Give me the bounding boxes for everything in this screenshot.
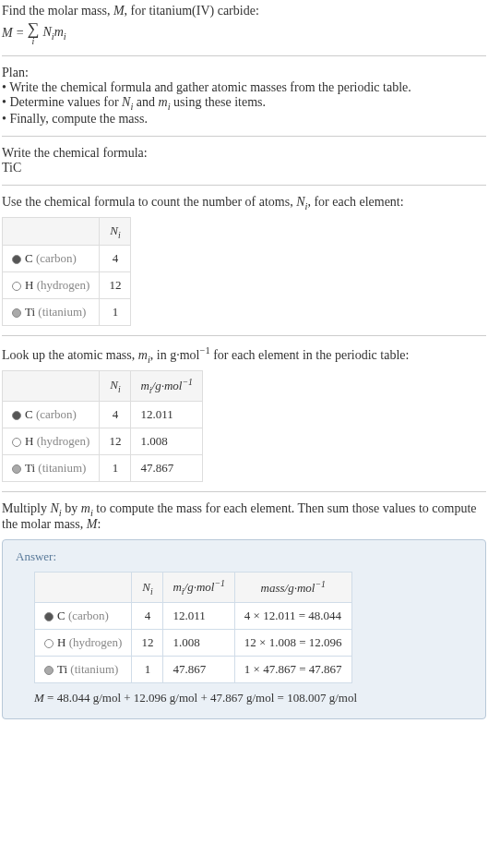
mass-block: Look up the atomic mass, mi, in g·mol−1 … xyxy=(2,345,486,481)
element-cell: Ti (titanium) xyxy=(3,299,100,326)
answer-table: Ni mi/g·mol−1 mass/g·mol−1 C (carbon) 4 … xyxy=(34,572,352,683)
m-cell: 47.867 xyxy=(163,657,234,683)
count-prompt-a: Use the chemical formula to count the nu… xyxy=(2,195,296,209)
element-name: (hydrogen) xyxy=(33,434,89,448)
final-M: M xyxy=(34,691,44,705)
header-empty xyxy=(3,370,100,401)
element-cell: C (carbon) xyxy=(3,246,100,272)
table-row: C (carbon) 4 12.011 4 × 12.011 = 48.044 xyxy=(35,603,352,630)
divider xyxy=(2,185,486,186)
element-cell: H (hydrogen) xyxy=(35,630,132,657)
intro-block: Find the molar mass, M, for titanium(IV)… xyxy=(2,4,486,46)
plan-bullet-3: • Finally, compute the mass. xyxy=(2,112,486,127)
n-cell: 1 xyxy=(132,657,163,683)
divider xyxy=(2,335,486,336)
element-name: (hydrogen) xyxy=(65,635,122,649)
count-block: Use the chemical formula to count the nu… xyxy=(2,195,486,326)
mult-a: Multiply xyxy=(2,501,51,515)
element-symbol: C xyxy=(25,251,33,265)
count-table: Ni C (carbon) 4 H (hydrogen) 12 Ti (tita… xyxy=(2,217,131,327)
m-cell: 12.011 xyxy=(163,603,234,630)
element-cell: C (carbon) xyxy=(35,603,132,630)
element-cell: C (carbon) xyxy=(3,401,100,428)
element-dot-icon xyxy=(12,282,21,291)
element-dot-icon xyxy=(44,666,54,675)
intro-line: Find the molar mass, M, for titanium(IV)… xyxy=(2,4,486,18)
header-empty xyxy=(35,573,132,603)
table-row: H (hydrogen) 12 1.008 xyxy=(3,428,203,454)
table-header-row: Ni mi/g·mol−1 xyxy=(3,370,203,401)
table-row: Ti (titanium) 1 47.867 xyxy=(3,454,203,481)
table-row: C (carbon) 4 12.011 xyxy=(3,401,203,428)
element-name: (titanium) xyxy=(35,461,86,475)
mass-prompt: Look up the atomic mass, mi, in g·mol−1 … xyxy=(2,345,486,364)
table-row: C (carbon) 4 xyxy=(3,246,131,272)
n-cell: 4 xyxy=(100,246,131,272)
answer-box: Answer: Ni mi/g·mol−1 mass/g·mol−1 C (ca… xyxy=(2,539,486,719)
mass-prompt-c: for each element in the periodic table: xyxy=(210,348,410,362)
element-name: (carbon) xyxy=(33,251,77,265)
divider xyxy=(2,55,486,56)
element-symbol: Ti xyxy=(25,461,35,475)
element-symbol: H xyxy=(25,434,33,448)
header-N: Ni xyxy=(100,217,131,246)
n-cell: 4 xyxy=(132,603,163,630)
eq-N: N xyxy=(42,25,51,39)
element-name: (carbon) xyxy=(33,407,77,421)
plan-m: mi xyxy=(159,95,171,109)
element-symbol: C xyxy=(25,407,33,421)
formula-prompt: Write the chemical formula: xyxy=(2,146,486,161)
count-prompt-b: , for each element: xyxy=(307,195,403,209)
element-name: (titanium) xyxy=(67,662,118,676)
m-cell: 12.011 xyxy=(131,401,202,428)
mult-M: M xyxy=(87,517,98,531)
n-cell: 12 xyxy=(100,428,131,454)
eq-m: m xyxy=(54,25,64,39)
calc-cell: 12 × 1.008 = 12.096 xyxy=(234,630,351,657)
intro-text-1: Find the molar mass, xyxy=(2,4,113,18)
element-cell: Ti (titanium) xyxy=(35,657,132,683)
mult-m: mi xyxy=(81,501,93,515)
calc-cell: 1 × 47.867 = 47.867 xyxy=(234,657,351,683)
sigma-icon: ∑ i xyxy=(28,20,40,46)
eq-lhs: M xyxy=(2,26,13,41)
element-dot-icon xyxy=(12,411,21,420)
header-mass: mass/g·mol−1 xyxy=(234,573,351,603)
intro-text-2: , for titanium(IV) carbide: xyxy=(125,4,259,18)
formula-block: Write the chemical formula: TiC xyxy=(2,146,486,175)
element-name: (titanium) xyxy=(35,305,86,319)
table-row: H (hydrogen) 12 xyxy=(3,272,131,299)
element-symbol: Ti xyxy=(57,662,67,676)
header-m: mi/g·mol−1 xyxy=(131,370,202,401)
mult-d: : xyxy=(97,517,101,531)
final-equation: M = 48.044 g/mol + 12.096 g/mol + 47.867… xyxy=(34,691,472,705)
element-name: (carbon) xyxy=(65,609,109,622)
element-dot-icon xyxy=(12,255,21,264)
sigma-symbol: ∑ xyxy=(28,20,40,37)
eq-equals: = xyxy=(17,26,24,41)
element-name: (hydrogen) xyxy=(33,278,89,292)
eq-m-sub: i xyxy=(64,31,66,42)
element-symbol: H xyxy=(57,635,65,649)
n-cell: 12 xyxy=(100,272,131,299)
multiply-block: Multiply Ni by mi to compute the mass fo… xyxy=(2,501,486,533)
element-symbol: C xyxy=(57,609,65,622)
mass-prompt-a: Look up the atomic mass, xyxy=(2,348,138,362)
plan-block: Plan: • Write the chemical formula and g… xyxy=(2,66,486,127)
plan-title: Plan: xyxy=(2,66,486,80)
plan-bullet-2: • Determine values for Ni and mi using t… xyxy=(2,95,486,112)
m-cell: 47.867 xyxy=(131,454,202,481)
table-header-row: Ni xyxy=(3,217,131,246)
mass-m: mi xyxy=(138,348,150,362)
m-cell: 1.008 xyxy=(131,428,202,454)
element-cell: H (hydrogen) xyxy=(3,428,100,454)
n-cell: 1 xyxy=(100,454,131,481)
mass-prompt-b: , in g·mol xyxy=(150,348,200,362)
plan-b2-b: and xyxy=(133,95,158,109)
n-cell: 4 xyxy=(100,401,131,428)
n-cell: 1 xyxy=(100,299,131,326)
element-symbol: H xyxy=(25,278,33,292)
element-dot-icon xyxy=(12,464,21,474)
element-cell: H (hydrogen) xyxy=(3,272,100,299)
element-dot-icon xyxy=(44,612,54,621)
